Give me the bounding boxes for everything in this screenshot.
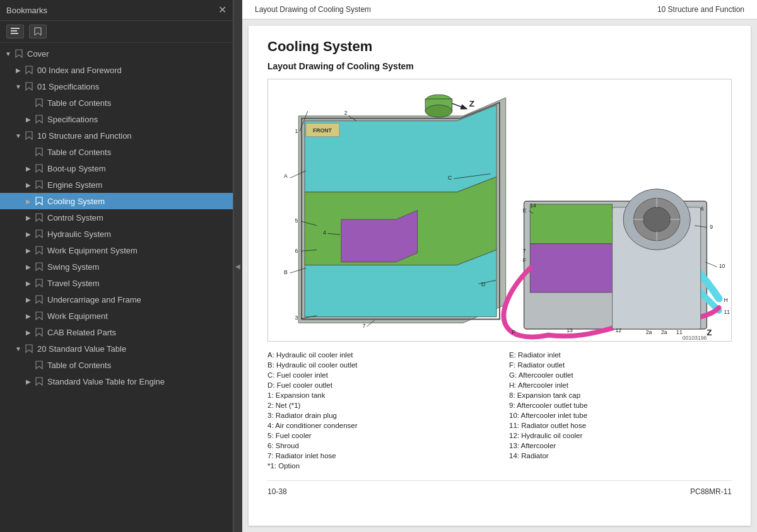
expand-arrow-work-equip-sys[interactable] [24,247,33,254]
legend-item: 5: Fuel cooler [267,431,490,440]
expand-arrow-20-std[interactable] [14,345,23,352]
expand-arrow-hydraulic[interactable] [24,231,33,238]
page-header-bar: Layout Drawing of Cooling System 10 Stru… [242,0,757,20]
expand-arrow-01-specs-item[interactable] [24,116,33,123]
tree-item-01-specs[interactable]: 01 Specifications [0,78,233,95]
svg-text:D: D [481,281,485,287]
svg-text:2a: 2a [661,329,667,335]
legend-item [509,461,732,470]
tree-item-10-struct[interactable]: 10 Structure and Function [0,127,233,144]
tree-item-01-specs-item[interactable]: Specifications [0,111,233,127]
svg-text:5: 5 [295,217,298,224]
tree-item-travel[interactable]: Travel System [0,275,233,291]
tree-item-label-01-specs-item: Specifications [47,115,98,124]
svg-text:B: B [284,269,288,275]
tree-item-label-00-index: 00 Index and Foreword [37,66,122,75]
panel-collapse-handle[interactable]: ◀ [233,0,242,532]
close-icon[interactable]: ✕ [218,5,226,15]
legend-item: G: Aftercooler outlet [509,371,732,379]
content-subtitle: Layout Drawing of Cooling System [267,61,732,71]
expand-arrow-work-equip[interactable] [24,313,33,320]
expand-arrow-cooling[interactable] [24,198,33,205]
expand-all-button[interactable] [6,25,24,38]
tree-item-work-equip[interactable]: Work Equipment [0,308,233,324]
tree-item-label-work-equip: Work Equipment [47,311,108,321]
tree-item-label-01-toc: Table of Contents [47,98,111,108]
tree-item-label-std-engine: Standard Value Table for Engine [47,377,165,386]
page-number: 10-38 [267,487,287,496]
svg-text:14: 14 [530,202,536,209]
tree-item-label-swing: Swing System [47,262,99,272]
bookmark-icon-01-specs-item [34,115,44,124]
legend-item: 2: Net (*1) [267,401,490,410]
tree-item-label-engine: Engine System [47,180,102,190]
tree-item-cab[interactable]: CAB Related Parts [0,324,233,340]
legend-item: E: Radiator inlet [509,350,732,359]
page-content[interactable]: Cooling System Layout Drawing of Cooling… [249,26,751,526]
expand-arrow-control[interactable] [24,214,33,221]
tree-item-00-index[interactable]: 00 Index and Foreword [0,62,233,78]
bookmark-icon-undercarriage [34,295,44,304]
bookmark-icon-travel [34,279,44,287]
legend-item: F: Radiator outlet [509,361,732,369]
svg-text:12: 12 [615,327,621,333]
expand-arrow-00-index[interactable] [14,67,23,74]
legend-item: 7: Radiator inlet hose [267,451,490,460]
expand-arrow-swing[interactable] [24,263,33,270]
legend-item: C: Fuel cooler inlet [267,371,490,379]
svg-rect-2 [11,33,18,34]
svg-text:C: C [448,175,452,181]
svg-rect-40 [530,204,612,244]
bookmark-options-button[interactable] [29,25,47,38]
expand-arrow-cover[interactable] [4,50,13,57]
tree-item-cover[interactable]: Cover [0,45,233,62]
tree-item-label-cover: Cover [27,49,49,59]
tree-container[interactable]: Cover00 Index and Foreword01 Specificati… [0,43,233,532]
expand-arrow-01-specs[interactable] [14,83,23,90]
tree-item-label-20-toc: Table of Contents [47,361,111,370]
expand-arrow-cab[interactable] [24,329,33,336]
legend-item: 12: Hydraulic oil cooler [509,431,732,440]
legend-container: A: Hydraulic oil cooler inletE: Radiator… [267,350,732,470]
svg-point-45 [643,207,670,232]
legend-item: 4: Air conditioner condenser [267,421,490,430]
expand-arrow-boot-up[interactable] [24,165,33,172]
tree-item-engine[interactable]: Engine System [0,176,233,193]
tree-item-swing[interactable]: Swing System [0,258,233,275]
tree-item-undercarriage[interactable]: Undercarriage and Frame [0,291,233,308]
tree-item-label-travel: Travel System [47,279,100,288]
tree-item-label-control: Control System [47,213,103,223]
legend-item: 3: Radiator drain plug [267,411,490,420]
bookmark-icon-work-equip-sys [34,246,44,255]
svg-text:F: F [512,329,515,335]
legend-item: 10: Aftercooler inlet tube [509,411,732,420]
expand-arrow-std-engine[interactable] [24,378,33,385]
legend-item: B: Hydraulic oil cooler outlet [267,361,490,369]
expand-arrow-undercarriage[interactable] [24,296,33,303]
bookmark-icon-boot-up [34,164,44,173]
svg-text:2: 2 [344,110,348,116]
bookmark-icon-01-toc [34,98,44,107]
tree-item-hydraulic[interactable]: Hydraulic System [0,226,233,242]
bookmark-icon-work-equip [34,311,44,320]
model-number: PC88MR-11 [690,487,732,496]
tree-item-10-toc[interactable]: Table of Contents [0,144,233,160]
tree-item-20-toc[interactable]: Table of Contents [0,357,233,373]
tree-item-control[interactable]: Control System [0,209,233,226]
tree-item-work-equip-sys[interactable]: Work Equipment System [0,242,233,258]
tree-item-20-std[interactable]: 20 Standard Value Table [0,340,233,357]
tree-item-cooling[interactable]: Cooling System [0,193,233,209]
legend-item: 11: Radiator outlet hose [509,421,732,430]
tree-item-01-toc[interactable]: Table of Contents [0,95,233,111]
expand-arrow-engine[interactable] [24,182,33,188]
svg-text:2a: 2a [646,329,652,335]
bookmark-icon-cab [34,328,44,337]
tree-item-label-10-toc: Table of Contents [47,147,111,157]
tree-item-boot-up[interactable]: Boot-up System [0,160,233,176]
expand-arrow-10-struct[interactable] [14,132,23,139]
tree-item-std-engine[interactable]: Standard Value Table for Engine [0,373,233,390]
expand-arrow-travel[interactable] [24,280,33,287]
svg-rect-1 [11,30,17,32]
svg-text:00103196: 00103196 [683,335,707,341]
tree-item-label-boot-up: Boot-up System [47,164,106,173]
